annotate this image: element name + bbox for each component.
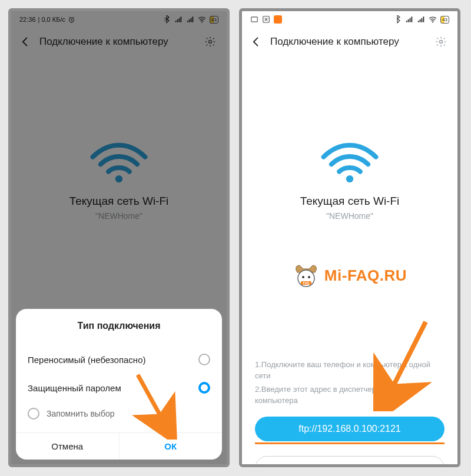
instruction-1: 1.Подключите ваш телефон и компьютер к о… (255, 360, 445, 382)
notif-icon (250, 15, 258, 24)
highlight-underline (255, 442, 445, 444)
back-icon[interactable] (250, 36, 262, 48)
brand-text: Mi-FAQ.RU (324, 267, 407, 285)
remember-choice-row[interactable]: Запомнить выбор (16, 402, 222, 432)
option-secured[interactable]: Защищенный паролем (16, 374, 222, 402)
wifi-icon (242, 137, 457, 187)
page-title: Подключение к компьютеру (270, 36, 424, 48)
svg-point-3 (115, 175, 122, 182)
status-bar: 43 (242, 11, 457, 28)
option-portable-label: Переносимый (небезопасно) (28, 355, 145, 365)
sheet-actions: Отмена ОК (16, 432, 222, 460)
wifi-status-icon (198, 15, 206, 24)
instructions: 1.Подключите ваш телефон и компьютер к о… (255, 360, 445, 406)
app-header: Подключение к компьютеру (242, 28, 457, 61)
remember-label: Запомнить выбор (47, 409, 114, 418)
battery-icon: 43 (440, 16, 449, 24)
cancel-button[interactable]: Отмена (16, 433, 120, 460)
stop-label: Остановить (331, 463, 379, 467)
signal-icon-2 (186, 15, 194, 24)
svg-point-7 (440, 41, 443, 44)
phone-right: 43 Подключение к компьютеру Текущая сеть… (239, 8, 460, 467)
wifi-network-name: "NEWHome" (11, 211, 227, 221)
instruction-2: 2.Введите этот адрес в диспетчере файлов… (255, 384, 445, 407)
radio-checked-icon (198, 382, 210, 394)
ftp-address[interactable]: ftp://192.168.0.100:2121 (255, 417, 445, 441)
mascot-icon: FAQ (293, 262, 320, 289)
sheet-title: Тип подключения (16, 321, 222, 331)
settings-button[interactable] (433, 34, 449, 50)
wifi-network-name: "NEWHome" (242, 211, 457, 221)
gear-icon (435, 36, 447, 48)
signal-icon-2 (417, 15, 425, 24)
settings-button[interactable] (202, 34, 218, 50)
status-net: | 0,0 КБ/с (38, 16, 65, 23)
option-secured-label: Защищенный паролем (28, 383, 121, 393)
bluetooth-icon (393, 15, 402, 24)
svg-point-2 (209, 41, 212, 44)
svg-rect-4 (251, 17, 258, 22)
wifi-info: Текущая сеть Wi-Fi "NEWHome" (11, 137, 227, 221)
svg-point-10 (302, 276, 304, 278)
wifi-status-icon (429, 15, 437, 24)
svg-point-6 (432, 22, 433, 23)
status-time: 22:36 (19, 16, 36, 23)
svg-point-8 (346, 175, 353, 182)
signal-icon (174, 15, 183, 24)
status-bar: 22:36 | 0,0 КБ/с 43 (11, 11, 227, 28)
wifi-icon (11, 137, 227, 187)
notif-icon-2 (262, 15, 270, 24)
phone-left: 22:36 | 0,0 КБ/с 43 Подключение к компью… (8, 8, 230, 467)
radio-unchecked-icon (198, 354, 210, 365)
wifi-title: Текущая сеть Wi-Fi (11, 195, 227, 208)
wifi-info: Текущая сеть Wi-Fi "NEWHome" (242, 137, 457, 221)
gear-icon (204, 36, 216, 48)
svg-point-1 (201, 22, 203, 23)
alarm-icon (68, 16, 75, 24)
back-icon[interactable] (19, 36, 31, 48)
option-portable[interactable]: Переносимый (небезопасно) (16, 345, 222, 374)
brand-watermark: FAQ Mi-FAQ.RU (242, 262, 457, 289)
svg-point-11 (308, 276, 310, 278)
stop-button[interactable]: Остановить (255, 456, 445, 467)
ok-button[interactable]: ОК (120, 433, 223, 460)
stop-icon (320, 465, 326, 467)
svg-text:FAQ: FAQ (303, 281, 309, 285)
bluetooth-icon (162, 15, 171, 24)
signal-icon (405, 15, 413, 24)
mi-notif-icon (274, 15, 282, 24)
radio-unchecked-icon (28, 408, 39, 420)
battery-icon: 43 (210, 16, 218, 24)
page-title: Подключение к компьютеру (39, 36, 194, 48)
app-header: Подключение к компьютеру (11, 28, 227, 61)
connection-type-sheet: Тип подключения Переносимый (небезопасно… (16, 309, 222, 460)
wifi-title: Текущая сеть Wi-Fi (242, 195, 457, 208)
